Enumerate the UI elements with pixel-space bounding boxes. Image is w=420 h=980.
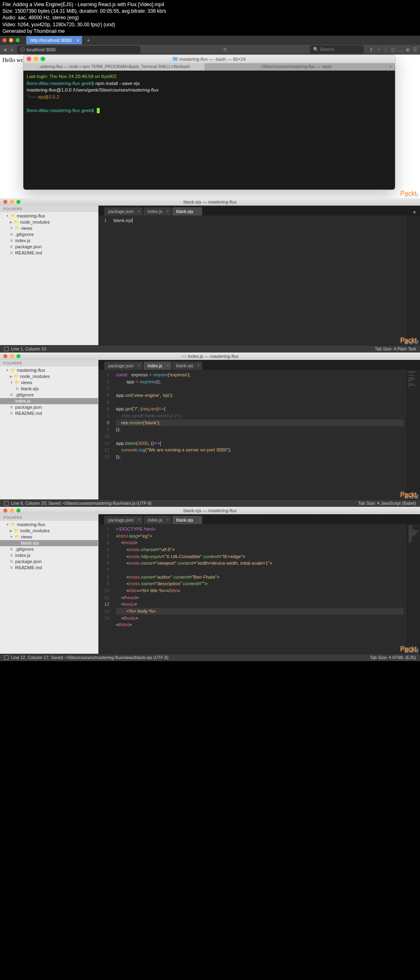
tab-package[interactable]: package.json× xyxy=(104,207,143,215)
tree-packagejson[interactable]: 🗎package.json xyxy=(0,244,98,250)
close-dot[interactable] xyxy=(3,354,7,358)
close-icon[interactable]: × xyxy=(138,209,140,213)
close-dot[interactable] xyxy=(3,508,7,513)
status-right[interactable]: Tab Size: 4 HTML (EJS) xyxy=(370,655,416,660)
editor-titlebar[interactable]: blank.ejs — mastering-flux xyxy=(0,198,420,206)
tree-indexjs[interactable]: 🗎index.js xyxy=(0,398,98,404)
tree-blankejs[interactable]: 🗎blank.ejs xyxy=(0,540,98,546)
tree-root[interactable]: ▼📁mastering-flux xyxy=(0,367,98,373)
editor-titlebar[interactable]: <> index.js — mastering-flux xyxy=(0,353,420,360)
min-dot[interactable] xyxy=(10,508,14,513)
timestamp: 00:02:31 xyxy=(404,342,418,345)
tree-node-modules[interactable]: ▶📁node_modules xyxy=(0,219,98,225)
star-icon[interactable]: ☆ xyxy=(377,47,381,53)
tab-index[interactable]: index.js× xyxy=(144,362,171,370)
tree-packagejson[interactable]: 🗎package.json xyxy=(0,559,98,565)
back-button[interactable]: ◄ xyxy=(2,47,7,53)
max-dot[interactable] xyxy=(16,354,21,358)
tree-packagejson[interactable]: 🗎package.json xyxy=(0,404,98,410)
tabs-menu-icon[interactable]: ▾ xyxy=(413,209,416,215)
timestamp: 00:01:20 xyxy=(404,195,418,198)
status-right[interactable]: Tab Size: 4 JavaScript (Babel) xyxy=(358,501,416,506)
tab-blank[interactable]: blank.ejs× xyxy=(172,362,202,370)
close-icon[interactable]: × xyxy=(138,517,140,522)
panel-icon[interactable] xyxy=(4,501,9,506)
tab-close-icon[interactable]: × xyxy=(77,38,79,43)
tree-views[interactable]: ▼📁views xyxy=(0,380,98,386)
download-icon[interactable]: ⬇ xyxy=(369,47,373,53)
tree-views[interactable]: ▼📁views xyxy=(0,225,98,231)
tab-package[interactable]: package.json× xyxy=(104,362,143,370)
max-dot[interactable] xyxy=(16,200,21,204)
close-dot[interactable] xyxy=(2,38,7,42)
max-dot[interactable] xyxy=(16,508,21,513)
tab-package[interactable]: package.json× xyxy=(104,516,143,524)
tab-index[interactable]: index.js× xyxy=(144,207,171,215)
pocket-icon[interactable]: ◡ xyxy=(398,47,402,53)
panel-icon[interactable] xyxy=(4,347,9,351)
new-tab-button[interactable]: + xyxy=(84,37,93,44)
shield-icon[interactable]: ◉ xyxy=(406,47,410,53)
forward-button[interactable]: ► xyxy=(10,47,15,53)
tree-indexjs[interactable]: 🗎index.js xyxy=(0,552,98,559)
code-editor[interactable]: 1 blank.ejs xyxy=(98,215,420,345)
term-close[interactable] xyxy=(27,57,31,61)
terminal-body[interactable]: Last login: Thu Nov 24 20:46:59 on ttys0… xyxy=(23,71,395,190)
url-field[interactable]: i localhost:3000 xyxy=(17,46,140,53)
tab-blank[interactable]: blank.ejs xyxy=(172,516,202,524)
url-bar: ◄ ► i localhost:3000 ↻ 🔍 Search ⬇ ☆ ⌂ ◫ … xyxy=(0,45,420,55)
term-tab-add[interactable]: + xyxy=(387,63,395,71)
close-icon[interactable]: × xyxy=(167,209,169,213)
tab-blank[interactable]: blank.ejs xyxy=(172,207,202,215)
sidebar-icon[interactable]: ◫ xyxy=(390,47,395,53)
tree-indexjs[interactable]: 🗎index.js xyxy=(0,238,98,244)
tree-readme[interactable]: 🗎README.md xyxy=(0,410,98,417)
close-icon[interactable]: × xyxy=(167,517,169,522)
terminal-window[interactable]: mastering-flux — -bash — 80×24 ..asterin… xyxy=(23,55,395,190)
tree-readme[interactable]: 🗎README.md xyxy=(0,250,98,256)
code-editor[interactable]: 12345678910111213 const express = requir… xyxy=(98,370,420,499)
tree-node-modules[interactable]: ▶📁node_modules xyxy=(0,528,98,534)
tree-blankejs[interactable]: 🗎blank.ejs xyxy=(0,386,98,392)
terminal-titlebar[interactable]: mastering-flux — -bash — 80×24 xyxy=(23,55,395,63)
tree-views[interactable]: ▼📁views xyxy=(0,534,98,540)
editor-titlebar[interactable]: blank.ejs — mastering-flux xyxy=(0,507,420,514)
tree-root[interactable]: ▼📁mastering-flux xyxy=(0,213,98,219)
term-tab-2[interactable]: ~/Sites/courses/mastering-flux — -bash xyxy=(205,63,387,71)
min-dot[interactable] xyxy=(10,200,14,204)
close-dot[interactable] xyxy=(3,200,7,204)
menu-icon[interactable]: ☰ xyxy=(413,47,418,53)
maximize-dot[interactable] xyxy=(16,38,20,42)
tree-gitignore[interactable]: 🗎.gitignore xyxy=(0,231,98,238)
close-icon[interactable]: × xyxy=(138,363,140,368)
window-controls[interactable] xyxy=(2,38,20,42)
panel-icon[interactable] xyxy=(4,655,9,660)
min-dot[interactable] xyxy=(10,354,14,358)
tree-root[interactable]: ▼📁mastering-flux xyxy=(0,522,98,528)
tree-readme[interactable]: 🗎README.md xyxy=(0,565,98,571)
close-icon[interactable]: × xyxy=(167,363,169,368)
status-right[interactable]: Tab Size: 4 Plain Text xyxy=(375,346,416,351)
code-content[interactable]: const express = require('express'), app … xyxy=(113,370,407,499)
search-field[interactable]: 🔍 Search xyxy=(310,46,363,53)
home-icon[interactable]: ⌂ xyxy=(384,47,387,53)
code-content[interactable]: blank.ejs xyxy=(110,215,407,345)
tree-node-modules[interactable]: ▶📁node_modules xyxy=(0,373,98,380)
code-editor[interactable]: 1234567891011121314 <!DOCTYPE html> <htm… xyxy=(98,524,420,654)
term-min[interactable] xyxy=(34,57,38,61)
minimap[interactable] xyxy=(407,524,420,654)
browser-tab[interactable]: http://localhost:3000/ × xyxy=(26,36,82,44)
minimap[interactable] xyxy=(407,370,420,499)
reload-button[interactable]: ↻ xyxy=(223,47,227,53)
info-icon[interactable]: i xyxy=(20,47,25,52)
tree-gitignore[interactable]: 🗎.gitignore xyxy=(0,546,98,552)
close-icon[interactable]: × xyxy=(197,363,200,368)
code-content[interactable]: <!DOCTYPE html> <html lang="eg"> <head> … xyxy=(113,524,407,654)
editor-title: <> index.js — mastering-flux xyxy=(181,354,238,359)
tab-index[interactable]: index.js× xyxy=(144,516,171,524)
minimize-dot[interactable] xyxy=(9,38,13,42)
tree-gitignore[interactable]: 🗎.gitignore xyxy=(0,392,98,398)
minimap[interactable] xyxy=(407,215,420,345)
term-max[interactable] xyxy=(41,57,45,61)
term-tab-1[interactable]: ..astering-flux — node • npm TERM_PROGRA… xyxy=(23,63,205,71)
